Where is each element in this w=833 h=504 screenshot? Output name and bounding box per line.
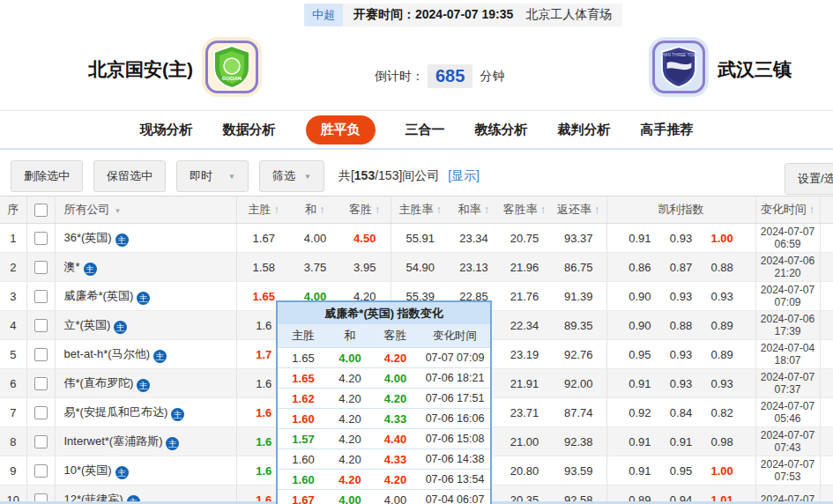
settings-select-button[interactable]: 设置/选择 <box>785 163 833 195</box>
tab-referee-analysis[interactable]: 裁判分析 <box>558 122 611 138</box>
win-odds-cell[interactable]: 1.67 <box>236 224 291 253</box>
lose-rate: 21.96 <box>498 253 551 282</box>
draw-odds-cell[interactable]: 3.75 <box>291 253 339 282</box>
row-checkbox[interactable] <box>34 406 48 419</box>
payout-rate: 89.35 <box>551 311 606 340</box>
change-time-cell: 2024-07-07 07:37 <box>755 369 820 398</box>
row-checkbox[interactable] <box>34 319 48 332</box>
col-win[interactable]: 主胜↑ <box>236 196 291 224</box>
tab-expert-picks[interactable]: 高手推荐 <box>641 122 694 138</box>
col-win-rate[interactable]: 主胜率↑ <box>390 196 450 224</box>
chevron-down-icon: ▼ <box>228 173 235 181</box>
col-lose-rate[interactable]: 客胜率↑ <box>498 196 551 224</box>
row-checkbox[interactable] <box>34 348 48 361</box>
popup-win-odds: 1.60 <box>278 412 329 426</box>
col-select <box>26 196 55 224</box>
row-checkbox[interactable] <box>34 232 48 245</box>
company-cell[interactable]: bet-at-h*(马尔他)主 <box>55 340 236 369</box>
tab-win-draw-lose[interactable]: 胜平负 <box>306 115 376 145</box>
kelly-draw: 0.91 <box>670 435 692 448</box>
table-row[interactable]: 2 澳*主 1.58 3.75 3.95 54.90 23.13 21.96 8… <box>0 253 833 282</box>
payout-rate: 86.75 <box>551 253 606 282</box>
company-cell[interactable]: 10*(英国)主 <box>55 456 236 485</box>
kelly-lose: 0.88 <box>710 261 733 274</box>
payout-rate: 93.59 <box>551 456 606 485</box>
win-odds: 1.6 <box>256 319 271 332</box>
lose-rate: 23.19 <box>498 340 551 369</box>
popup-lose-odds: 4.00 <box>371 372 420 385</box>
kelly-cell: 0.95 0.93 0.89 <box>606 340 755 369</box>
lose-odds-cell[interactable]: 4.50 <box>339 224 390 253</box>
col-lose-label: 客胜 <box>349 203 372 216</box>
extra-cell <box>820 456 833 485</box>
draw-rate: 23.34 <box>450 224 498 253</box>
company-cell[interactable]: 威廉希*(英国)主 <box>55 282 236 311</box>
show-link[interactable]: [显示] <box>448 168 480 182</box>
countdown-value: 685 <box>428 64 472 88</box>
row-checkbox[interactable] <box>34 435 48 448</box>
table-row[interactable]: 1 36*(英国)主 1.67 4.00 4.50 55.91 23.34 20… <box>0 224 833 253</box>
change-time-cell: 2024-07-07 07:09 <box>755 282 820 311</box>
win-rate: 54.90 <box>390 253 450 282</box>
row-checkbox[interactable] <box>34 377 48 390</box>
popup-column-header: 主胜 和 客胜 变化时间 <box>278 324 490 347</box>
filter-dropdown[interactable]: 筛选 ▼ <box>259 160 324 192</box>
win-odds: 1.65 <box>253 290 275 303</box>
popup-win-odds: 1.62 <box>278 392 329 405</box>
row-number: 2 <box>0 253 26 282</box>
row-checkbox[interactable] <box>34 464 48 478</box>
row-checkbox[interactable] <box>34 261 48 274</box>
company-name: 澳* <box>64 260 80 273</box>
tab-three-in-one[interactable]: 三合一 <box>405 122 445 138</box>
delete-selected-button[interactable]: 删除选中 <box>11 160 83 192</box>
venue-name: 北京工人体育场 <box>525 7 612 23</box>
tab-coach-analysis[interactable]: 教练分析 <box>475 122 528 138</box>
lose-rate: 23.71 <box>498 398 551 427</box>
company-name: 威廉希*(英国) <box>64 289 134 302</box>
col-draw[interactable]: 和↑ <box>291 196 339 224</box>
payout-rate: 93.37 <box>551 224 606 253</box>
lose-rate: 21.91 <box>498 369 551 398</box>
company-cell[interactable]: 澳*主 <box>55 253 236 282</box>
col-draw-rate[interactable]: 和率↑ <box>450 196 498 224</box>
popup-col-win: 主胜 <box>278 328 329 344</box>
change-clock: 07:53 <box>756 471 820 483</box>
col-company-label: 所有公司 <box>64 203 110 216</box>
away-shield-icon: WUHAN THREE TOWNS <box>660 45 697 89</box>
odds-mode-value: 即时 <box>190 168 212 184</box>
popup-change-time: 07-06 15:08 <box>420 433 490 445</box>
col-lose-rate-label: 客胜率 <box>503 203 538 216</box>
company-cell[interactable]: 立*(英国)主 <box>55 311 236 340</box>
draw-odds-cell[interactable]: 4.00 <box>291 224 339 253</box>
extra-cell <box>820 311 833 340</box>
row-number: 4 <box>0 311 26 340</box>
row-checkbox[interactable] <box>34 290 48 303</box>
col-payout[interactable]: 返还率↑ <box>551 196 606 224</box>
win-odds-cell[interactable]: 1.58 <box>236 253 291 282</box>
change-time-cell: 2024-07-07 06:59 <box>755 224 820 253</box>
col-change-time[interactable]: 变化时间↑ <box>755 196 820 224</box>
lose-odds-cell[interactable]: 3.95 <box>339 253 390 282</box>
tab-live-analysis[interactable]: 现场分析 <box>140 122 193 138</box>
col-company[interactable]: 所有公司▼ <box>55 196 236 224</box>
company-cell[interactable]: 36*(英国)主 <box>55 224 236 253</box>
league-badge[interactable]: 中超 <box>304 4 343 26</box>
kelly-lose: 0.82 <box>710 406 733 419</box>
kelly-draw: 0.95 <box>670 464 692 478</box>
popup-change-time: 07-06 13:54 <box>420 473 490 485</box>
company-cell[interactable]: Interwet*(塞浦路斯)主 <box>55 427 236 456</box>
company-cell[interactable]: 伟*(直布罗陀)主 <box>55 369 236 398</box>
tab-data-analysis[interactable]: 数据分析 <box>223 122 276 138</box>
match-info-strip: 中超 开赛时间：2024-07-07 19:35 北京工人体育场 <box>304 4 622 26</box>
popup-change-time: 07-06 16:06 <box>420 412 490 425</box>
select-all-checkbox[interactable] <box>34 204 48 217</box>
kelly-draw: 0.88 <box>670 319 692 332</box>
odds-mode-dropdown[interactable]: 即时 ▼ <box>176 160 249 192</box>
popup-draw-odds: 4.00 <box>329 352 371 365</box>
popup-draw-odds: 4.20 <box>329 392 371 405</box>
popup-history-row: 1.67 4.00 4.00 07-04 06:07 <box>278 489 490 504</box>
company-cell[interactable]: 易*(安提瓜和巴布达)主 <box>55 398 236 427</box>
keep-selected-button[interactable]: 保留选中 <box>93 160 166 192</box>
company-name: 立*(英国) <box>64 318 111 331</box>
col-lose[interactable]: 客胜↑ <box>339 196 390 224</box>
